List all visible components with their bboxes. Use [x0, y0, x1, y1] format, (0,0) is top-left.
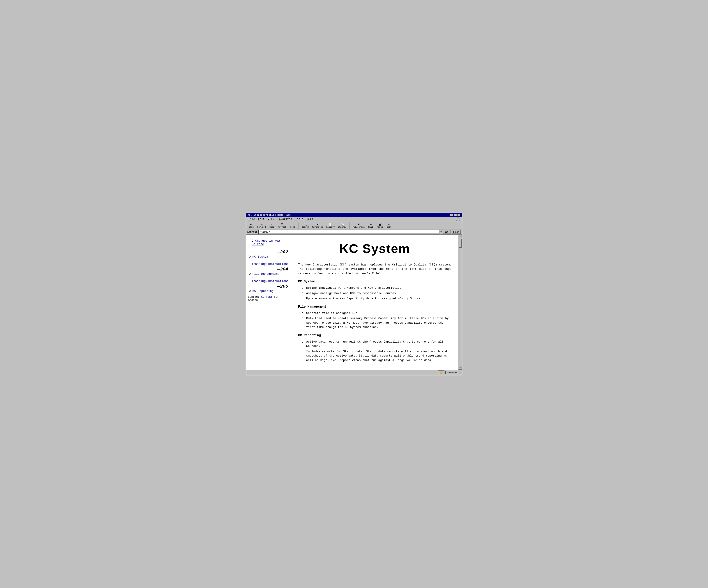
- menu-tools[interactable]: Tools: [294, 217, 305, 221]
- mail-button[interactable]: ✉ Mail: [366, 222, 375, 229]
- content-area: KC System The Key Characteristic (KC) sy…: [291, 235, 458, 370]
- forward-button[interactable]: → Forward: [256, 222, 267, 229]
- menu-view[interactable]: View: [267, 217, 276, 221]
- home-icon: ⌂: [292, 223, 293, 226]
- back-icon: ←: [250, 223, 252, 226]
- list-item: Includes reports for Static data. Static…: [302, 349, 451, 363]
- edit-icon: ✏: [388, 223, 390, 226]
- print-icon: 🖨: [378, 223, 382, 226]
- kcsystem-bullets: Define individual Part Numbers and Key C…: [298, 286, 451, 301]
- print-button[interactable]: 🖨 Print: [376, 222, 384, 229]
- go-button[interactable]: Go: [443, 230, 450, 234]
- window-title: Key Characteristics Home Page: [247, 214, 291, 216]
- fullscreen-button[interactable]: ⊡ Fullscreen: [351, 222, 366, 229]
- sidebar-section-kc: —202 O KC System > Training/Instructions: [248, 249, 289, 266]
- sidebar-sublink-kc-training[interactable]: Training/Instructions: [252, 262, 289, 266]
- scrollbar-vertical: ▲ ▼: [458, 235, 462, 370]
- sidebar-number-reporting: —206: [248, 284, 289, 289]
- address-bar: Address ▼ Go Links: [246, 229, 462, 235]
- list-item: Bulk Load used to update summary Process…: [302, 316, 451, 330]
- status-bar: 🔒 Internet 200: [246, 370, 462, 375]
- channel-icon: 📡: [340, 223, 344, 226]
- links-button[interactable]: Links: [451, 230, 461, 234]
- history-button[interactable]: 📋 History: [325, 222, 336, 229]
- close-button[interactable]: ✕: [457, 214, 461, 216]
- channel-button[interactable]: 📡 Channel: [337, 222, 348, 229]
- sidebar-sublink-file-training[interactable]: Training/Instructions: [252, 279, 289, 283]
- list-item: Generate file of assigned KCs: [302, 311, 451, 315]
- home-button[interactable]: ⌂ Home: [289, 222, 297, 229]
- sidebar-link-kcsystem[interactable]: KC System: [253, 255, 268, 258]
- sidebar-link-changes[interactable]: Changes in New Release: [252, 239, 289, 246]
- favorites-button[interactable]: ★ Favorites: [311, 222, 324, 229]
- dropdown-icon[interactable]: ▼: [440, 230, 442, 233]
- sidebar-link-reporting[interactable]: KC Reporting: [253, 289, 274, 293]
- main-content: Changes in New Release —202 O KC System …: [246, 235, 458, 370]
- sidebar-contact-link[interactable]: KC Team: [261, 296, 272, 299]
- list-item: Assign/Unassign Part and KCs to responsi…: [302, 291, 451, 296]
- sidebar-section-file: —204 O File Management > Training/Instru…: [248, 267, 289, 283]
- browser-logo-icon: ○: [456, 217, 460, 221]
- maximize-button[interactable]: □: [454, 214, 457, 216]
- section-kcreporting-title: KC Reporting: [298, 333, 451, 338]
- refresh-icon: ⟳: [281, 223, 284, 226]
- fullscreen-icon: ⊡: [358, 223, 359, 226]
- minimize-button[interactable]: ─: [450, 214, 453, 216]
- address-input[interactable]: [258, 230, 439, 234]
- title-bar: Key Characteristics Home Page ─ □ ✕: [246, 213, 462, 217]
- title-bar-buttons: ─ □ ✕: [450, 214, 461, 216]
- sidebar-section-reporting: —206 O KC Reporting: [248, 284, 289, 293]
- section-kcsystem-title: KC System: [298, 279, 451, 284]
- address-label: Address: [247, 230, 258, 233]
- nav-group: ← Back → Forward ✕ Stop ⟳ Refresh ⌂ Home: [247, 222, 299, 229]
- search-button[interactable]: 🔍 Search: [300, 222, 310, 229]
- list-item: Active data reports run against the Proc…: [302, 340, 451, 348]
- search-icon: 🔍: [303, 223, 307, 226]
- menu-file[interactable]: File: [247, 217, 256, 221]
- stop-button[interactable]: ✕ Stop: [268, 222, 276, 229]
- edit-button[interactable]: ✏ Edit: [385, 222, 393, 229]
- browser-window: Key Characteristics Home Page ─ □ ✕ File…: [246, 213, 462, 375]
- list-item: Update summary Process Capability data f…: [302, 297, 451, 301]
- menu-help[interactable]: Help: [305, 217, 314, 221]
- mail-icon: ✉: [370, 223, 372, 226]
- menu-edit[interactable]: Edit: [257, 217, 266, 221]
- sidebar-section-changes: Changes in New Release: [248, 239, 289, 246]
- back-button[interactable]: ← Back: [247, 222, 255, 229]
- section-filemanagement-title: File Management: [298, 305, 451, 309]
- sidebar-contact: Contact KC Team For Access: [248, 296, 289, 302]
- scroll-down-button[interactable]: ▼: [459, 366, 462, 370]
- scroll-up-button[interactable]: ▲: [459, 235, 462, 238]
- action-group: ⊡ Fullscreen ✉ Mail 🖨 Print ✏ Edit: [351, 222, 395, 229]
- sidebar-number-file: —204: [248, 267, 289, 272]
- stop-icon: ✕: [271, 223, 273, 226]
- history-icon: 📋: [328, 223, 332, 226]
- page-title: KC System: [298, 239, 451, 258]
- sidebar-link-file[interactable]: File Management: [253, 272, 279, 276]
- favorites-icon: ★: [317, 223, 318, 226]
- zone-status: Internet: [445, 371, 461, 374]
- intro-text: The Key Characteristic (KC) system has r…: [298, 262, 451, 276]
- toolbar: ← Back → Forward ✕ Stop ⟳ Refresh ⌂ Home: [246, 222, 462, 229]
- forward-icon: →: [261, 223, 262, 226]
- list-item: Define individual Part Numbers and Key C…: [302, 286, 451, 290]
- security-icon: 🔒: [438, 371, 444, 374]
- main-area: Changes in New Release —202 O KC System …: [246, 235, 462, 370]
- sidebar-number-kc: —202: [248, 249, 289, 255]
- sidebar: Changes in New Release —202 O KC System …: [246, 235, 291, 370]
- refresh-button[interactable]: ⟳ Refresh: [277, 222, 288, 229]
- kcreporting-bullets: Active data reports run against the Proc…: [298, 340, 451, 363]
- filemanagement-bullets: Generate file of assigned KCs Bulk Load …: [298, 311, 451, 330]
- browse-group: 🔍 Search ★ Favorites 📋 History 📡 Channel: [300, 222, 350, 229]
- menu-favorites[interactable]: Favorites: [276, 217, 293, 221]
- menu-bar: File Edit View Favorites Tools Help ○: [246, 217, 462, 222]
- scroll-thumb[interactable]: [459, 239, 462, 248]
